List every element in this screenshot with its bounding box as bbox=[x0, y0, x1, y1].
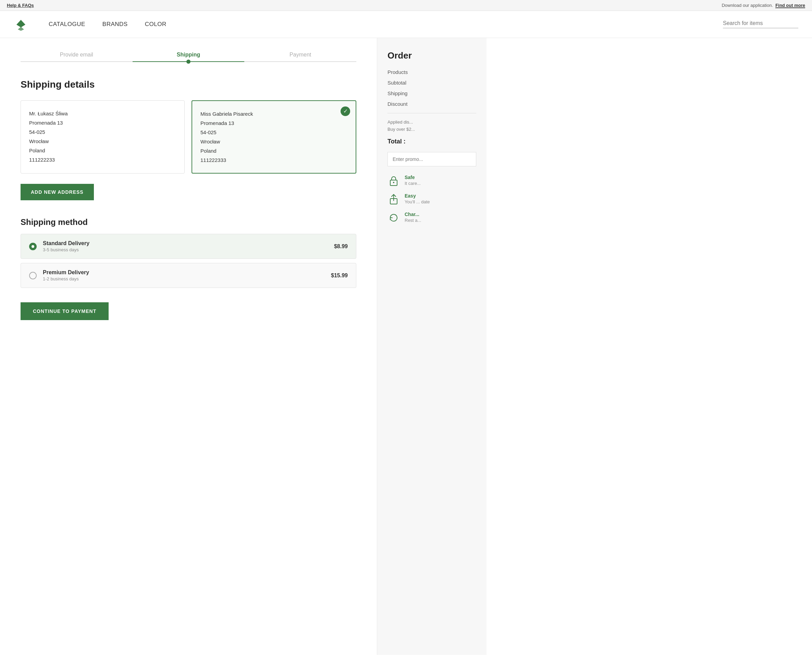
trust-safe-text: Safe It care... bbox=[405, 175, 421, 186]
shipping-info-premium: Premium Delivery 1-2 business days bbox=[43, 269, 331, 281]
add-new-address-button[interactable]: ADD NEW ADDRESS bbox=[20, 184, 94, 200]
trust-char-title: Char... bbox=[405, 212, 421, 217]
sidebar-row-products: Products bbox=[388, 69, 476, 75]
sidebar-divider bbox=[388, 113, 476, 113]
address-card-1[interactable]: Mr. Łukasz Śliwa Promenada 13 54-025 Wro… bbox=[20, 100, 185, 174]
trust-char-text: Char... Rest a... bbox=[405, 212, 421, 223]
top-banner: Help & FAQs Download our application. Fi… bbox=[0, 0, 812, 11]
trust-safe-title: Safe bbox=[405, 175, 421, 180]
sidebar-label-shipping: Shipping bbox=[388, 90, 407, 96]
address-card-2[interactable]: ✓ Miss Gabriela Pisareck Promenada 13 54… bbox=[192, 100, 357, 174]
shipping-days-premium: 1-2 business days bbox=[43, 276, 331, 281]
trust-char-desc: Rest a... bbox=[405, 218, 421, 223]
checkout-content: Provide email Shipping Payment Shipping … bbox=[0, 38, 377, 655]
search-input[interactable] bbox=[723, 20, 792, 27]
shipping-price-premium: $15.99 bbox=[331, 273, 348, 279]
address-cards: Mr. Łukasz Śliwa Promenada 13 54-025 Wro… bbox=[20, 100, 357, 174]
total-label: Total : bbox=[388, 138, 406, 145]
help-faqs-link[interactable]: Help & FAQs bbox=[7, 3, 34, 8]
main-layout: Provide email Shipping Payment Shipping … bbox=[0, 38, 812, 655]
address-1-city: Wrocław bbox=[29, 136, 176, 146]
svg-point-3 bbox=[393, 182, 394, 183]
header: CATALOGUE BRANDS COLOR bbox=[0, 11, 812, 38]
address-2-name: Miss Gabriela Pisareck bbox=[200, 109, 347, 119]
shipping-option-standard[interactable]: Standard Delivery 3-5 business days $8.9… bbox=[20, 234, 357, 259]
shipping-info-standard: Standard Delivery 3-5 business days bbox=[43, 240, 334, 252]
step-line-payment bbox=[244, 61, 357, 62]
nav-brands[interactable]: BRANDS bbox=[102, 21, 128, 28]
find-out-more-link[interactable]: Find out more bbox=[775, 3, 805, 8]
address-2-city: Wrocław bbox=[200, 137, 347, 146]
address-2-country: Poland bbox=[200, 146, 347, 155]
order-summary-sidebar: Order Products Subtotal Shipping Discoun… bbox=[377, 38, 487, 655]
step-provide-email: Provide email bbox=[20, 52, 133, 62]
nav-catalogue[interactable]: CATALOGUE bbox=[49, 21, 85, 28]
sidebar-label-products: Products bbox=[388, 69, 408, 75]
shipping-price-standard: $8.99 bbox=[334, 243, 348, 249]
trust-item-char: Char... Rest a... bbox=[388, 212, 476, 224]
address-2-phone: 111222333 bbox=[200, 155, 347, 164]
main-nav: CATALOGUE BRANDS COLOR bbox=[49, 21, 723, 28]
svg-marker-1 bbox=[18, 27, 24, 31]
address-2-street: Promenada 13 bbox=[200, 119, 347, 128]
nav-color[interactable]: COLOR bbox=[145, 21, 166, 28]
radio-standard-inner bbox=[31, 245, 34, 248]
promo-code-input[interactable] bbox=[388, 152, 476, 166]
trust-easy-desc: You'll ... date bbox=[405, 199, 430, 204]
buy-over-note: Buy over $2... bbox=[388, 127, 476, 132]
radio-standard bbox=[29, 243, 37, 250]
address-2-check-icon: ✓ bbox=[341, 107, 350, 116]
shipping-method-section: Shipping method Standard Delivery 3-5 bu… bbox=[20, 218, 357, 320]
logo[interactable] bbox=[14, 17, 28, 31]
download-text: Download our application. Find out more bbox=[722, 3, 805, 8]
address-1-street: Promenada 13 bbox=[29, 118, 176, 127]
shipping-details-section: Shipping details Mr. Łukasz Śliwa Promen… bbox=[20, 79, 357, 218]
shipping-method-title: Shipping method bbox=[20, 218, 357, 227]
shipping-name-standard: Standard Delivery bbox=[43, 240, 334, 246]
trust-item-easy: Easy You'll ... date bbox=[388, 193, 476, 205]
shipping-details-title: Shipping details bbox=[20, 79, 357, 90]
step-payment: Payment bbox=[244, 52, 357, 62]
trust-item-safe: Safe It care... bbox=[388, 175, 476, 187]
svg-marker-0 bbox=[16, 20, 25, 27]
address-2-zip: 54-025 bbox=[200, 128, 347, 137]
step-line-email bbox=[20, 61, 133, 62]
order-total: Total : bbox=[388, 138, 476, 145]
trust-easy-title: Easy bbox=[405, 193, 430, 199]
sidebar-label-subtotal: Subtotal bbox=[388, 80, 406, 86]
search-container bbox=[723, 20, 798, 28]
shipping-option-premium[interactable]: Premium Delivery 1-2 business days $15.9… bbox=[20, 263, 357, 288]
address-1-name: Mr. Łukasz Śliwa bbox=[29, 109, 176, 118]
lock-icon bbox=[388, 175, 400, 187]
step-shipping: Shipping bbox=[133, 52, 245, 62]
radio-premium bbox=[29, 272, 37, 279]
sidebar-row-discount: Discount bbox=[388, 101, 476, 107]
trust-safe-desc: It care... bbox=[405, 181, 421, 186]
upload-icon bbox=[388, 193, 400, 205]
continue-to-payment-button[interactable]: CONTINUE TO PAYMENT bbox=[20, 302, 108, 320]
sidebar-label-discount: Discount bbox=[388, 101, 407, 107]
refresh-icon bbox=[388, 212, 400, 224]
address-1-phone: 111222233 bbox=[29, 155, 176, 164]
trust-easy-text: Easy You'll ... date bbox=[405, 193, 430, 204]
sidebar-row-shipping: Shipping bbox=[388, 90, 476, 96]
applied-discount-note: Applied dis... bbox=[388, 119, 476, 125]
shipping-days-standard: 3-5 business days bbox=[43, 247, 334, 252]
address-1-zip: 54-025 bbox=[29, 127, 176, 136]
address-1-country: Poland bbox=[29, 146, 176, 155]
progress-steps: Provide email Shipping Payment bbox=[20, 52, 357, 62]
order-summary-title: Order bbox=[388, 50, 476, 61]
shipping-name-premium: Premium Delivery bbox=[43, 269, 331, 276]
step-dot-shipping bbox=[186, 60, 190, 64]
sidebar-row-subtotal: Subtotal bbox=[388, 80, 476, 86]
